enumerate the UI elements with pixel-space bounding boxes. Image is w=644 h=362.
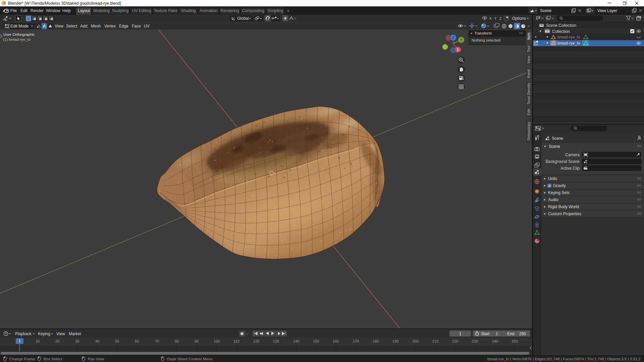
svg-text:X: X <box>457 48 459 52</box>
svg-text:Y: Y <box>460 38 463 42</box>
svg-text:Z: Z <box>452 36 454 40</box>
